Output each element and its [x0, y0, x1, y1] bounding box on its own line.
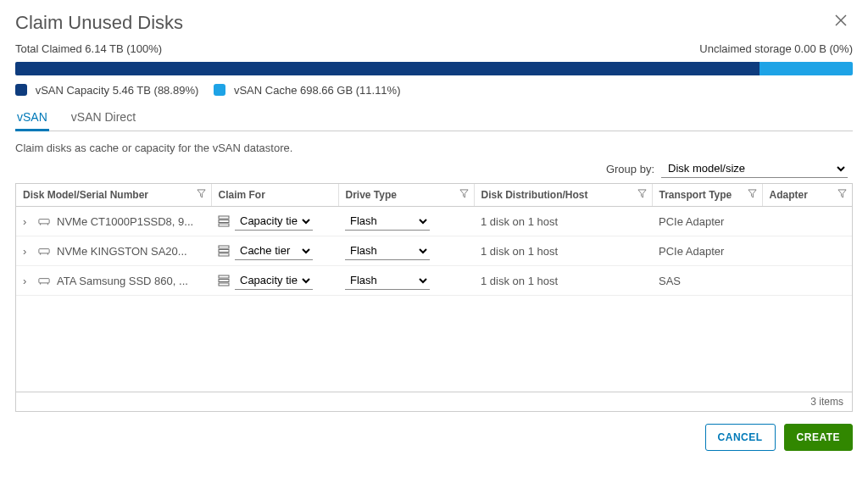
cache-swatch-icon [214, 84, 225, 96]
col-dist[interactable]: Disk Distribution/Host [474, 184, 652, 207]
col-drive[interactable]: Drive Type [338, 184, 474, 207]
svg-rect-23 [219, 280, 229, 282]
total-claimed-label: Total Claimed 6.14 TB (100%) [15, 42, 162, 55]
expand-caret-icon[interactable]: › [23, 245, 31, 258]
transport-type-text: PCIe Adapter [659, 245, 724, 258]
transport-type-text: PCIe Adapter [659, 215, 724, 228]
disk-distribution-text: 1 disk on 1 host [481, 215, 558, 228]
groupby-label: Group by: [606, 163, 654, 175]
disk-distribution-text: 1 disk on 1 host [481, 275, 558, 287]
svg-rect-16 [219, 246, 229, 248]
svg-marker-4 [637, 190, 645, 197]
drive-type-select[interactable]: Flash [345, 212, 430, 231]
expand-caret-icon[interactable]: › [23, 275, 31, 287]
filter-icon[interactable] [748, 189, 757, 201]
disk-icon [38, 247, 50, 255]
tab-bar: vSAN vSAN Direct [15, 105, 853, 131]
filter-icon[interactable] [197, 189, 206, 201]
create-button[interactable]: CREATE [784, 424, 853, 451]
svg-rect-18 [219, 253, 229, 256]
drive-type-select[interactable]: Flash [345, 242, 430, 260]
table-item-count: 3 items [16, 392, 852, 411]
disk-model-text: NVMe KINGSTON SA20... [57, 245, 187, 258]
svg-rect-12 [219, 224, 229, 226]
tab-vsan[interactable]: vSAN [15, 105, 49, 131]
tier-icon [218, 245, 230, 257]
groupby-select[interactable]: Disk model/size [661, 159, 848, 178]
claim-for-select[interactable]: Cache tier [235, 242, 313, 260]
svg-rect-10 [219, 216, 229, 219]
svg-marker-2 [197, 190, 204, 197]
col-adapter[interactable]: Adapter [762, 184, 852, 207]
disk-model-text: ATA Samsung SSD 860, ... [57, 275, 188, 287]
disk-icon [38, 217, 50, 225]
disk-model-text: NVMe CT1000P1SSD8, 9... [57, 215, 193, 228]
svg-rect-24 [219, 283, 229, 286]
legend-cache: vSAN Cache 698.66 GB (11.11%) [214, 84, 400, 97]
tab-vsan-direct[interactable]: vSAN Direct [70, 105, 137, 131]
svg-rect-17 [219, 250, 229, 253]
col-claim[interactable]: Claim For [211, 184, 338, 207]
svg-rect-22 [219, 275, 229, 278]
svg-rect-7 [39, 220, 49, 224]
unclaimed-storage-label: Unclaimed storage 0.00 B (0%) [699, 42, 853, 55]
transport-type-text: SAS [659, 275, 681, 287]
claim-for-select[interactable]: Capacity tier [235, 212, 313, 231]
capacity-swatch-icon [15, 84, 27, 96]
disk-table: Disk Model/Serial Number Claim For Drive… [15, 183, 853, 412]
disk-icon [38, 276, 50, 285]
disk-distribution-text: 1 disk on 1 host [481, 245, 558, 258]
expand-caret-icon[interactable]: › [23, 215, 31, 228]
dialog-title: Claim Unused Disks [15, 12, 183, 34]
table-row: ›NVMe CT1000P1SSD8, 9...Capacity tierFla… [16, 207, 852, 236]
filter-icon[interactable] [459, 189, 469, 201]
claim-instruction-text: Claim disks as cache or capacity for the… [15, 142, 853, 154]
table-row: ›ATA Samsung SSD 860, ...Capacity tierFl… [16, 266, 852, 296]
svg-marker-6 [838, 190, 846, 197]
filter-icon[interactable] [837, 189, 847, 201]
svg-rect-13 [39, 249, 49, 253]
drive-type-select[interactable]: Flash [345, 271, 430, 290]
svg-rect-19 [39, 279, 49, 283]
claim-for-select[interactable]: Capacity tier [235, 271, 313, 290]
filter-icon[interactable] [637, 189, 647, 201]
close-icon[interactable] [829, 12, 853, 33]
tier-icon [218, 215, 230, 227]
svg-rect-11 [219, 220, 229, 223]
legend-capacity: vSAN Capacity 5.46 TB (88.89%) [15, 84, 198, 97]
table-row: ›NVMe KINGSTON SA20...Cache tierFlash1 d… [16, 236, 852, 266]
tier-icon [218, 275, 230, 286]
cancel-button[interactable]: CANCEL [705, 424, 776, 451]
col-transport[interactable]: Transport Type [652, 184, 762, 207]
capacity-bar-segment [15, 62, 760, 75]
svg-marker-3 [459, 190, 467, 197]
storage-usage-bar [15, 62, 853, 75]
cache-bar-segment [760, 62, 853, 75]
svg-marker-5 [748, 190, 755, 197]
col-model[interactable]: Disk Model/Serial Number [16, 184, 211, 207]
